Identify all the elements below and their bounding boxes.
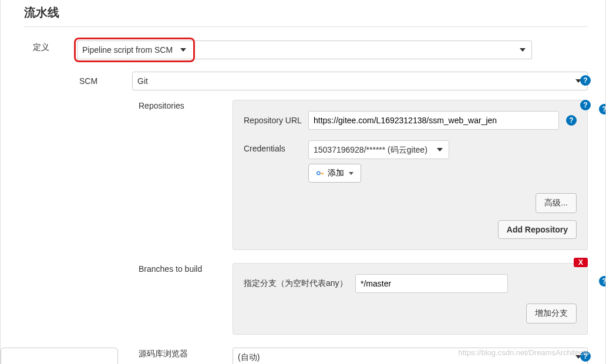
- chevron-down-icon: [349, 172, 354, 175]
- help-icon[interactable]: ?: [580, 351, 591, 362]
- branch-spec-label: 指定分支（为空时代表any）: [244, 278, 355, 289]
- bottom-tab: [1, 348, 118, 364]
- section-title: 流水线: [24, 0, 588, 27]
- delete-branch-button[interactable]: X: [574, 258, 588, 267]
- browser-select[interactable]: (自动): [233, 348, 588, 364]
- add-branch-button[interactable]: 增加分支: [526, 304, 577, 323]
- branches-label: Branches to build: [139, 263, 227, 274]
- add-repository-button[interactable]: Add Repository: [498, 220, 577, 239]
- definition-select-right[interactable]: [195, 41, 532, 59]
- help-icon[interactable]: ?: [566, 115, 577, 126]
- help-icon[interactable]: ?: [580, 100, 591, 110]
- definition-label: 定义: [33, 38, 68, 53]
- definition-row: 定义 Pipeline script from SCM: [24, 38, 588, 62]
- key-icon: [316, 169, 324, 177]
- definition-highlight: Pipeline script from SCM: [74, 38, 195, 62]
- repositories-label: Repositories: [139, 100, 227, 110]
- advanced-button[interactable]: 高级...: [536, 193, 577, 213]
- branches-panel: X 指定分支（为空时代表any） 增加分支: [233, 263, 588, 335]
- branch-spec-input[interactable]: [355, 274, 508, 293]
- repositories-row: Repositories Repository URL ? Credential…: [24, 100, 588, 250]
- scm-select[interactable]: Git: [132, 72, 588, 90]
- pipeline-config-page: 流水线 定义 Pipeline script from SCM SCM: [0, 0, 606, 364]
- scm-row: SCM Git ?: [24, 72, 588, 90]
- definition-select-left[interactable]: Pipeline script from SCM: [77, 41, 192, 59]
- scm-label: SCM: [79, 72, 126, 86]
- browser-label: 源码库浏览器: [139, 348, 227, 359]
- repositories-panel: Repository URL ? Credentials 15037196928…: [233, 100, 588, 250]
- add-credentials-label: 添加: [328, 168, 344, 178]
- repo-url-input[interactable]: [308, 111, 559, 130]
- help-icon[interactable]: ?: [599, 276, 606, 287]
- add-credentials-button[interactable]: 添加: [308, 164, 361, 183]
- svg-point-0: [317, 171, 320, 174]
- credentials-label: Credentials: [244, 140, 308, 153]
- repo-url-label: Repository URL: [244, 116, 308, 125]
- help-icon[interactable]: ?: [580, 75, 591, 86]
- credentials-select[interactable]: 15037196928/****** (码云gitee): [308, 140, 449, 159]
- help-icon[interactable]: ?: [599, 104, 606, 114]
- branches-row: Branches to build X 指定分支（为空时代表any） 增加分支 …: [24, 263, 588, 335]
